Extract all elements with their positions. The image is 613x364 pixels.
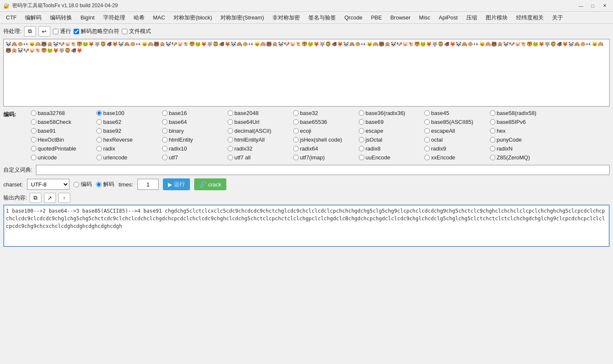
- menubar-item-bigint[interactable]: BigInt: [76, 13, 99, 22]
- encoding-option-utf7[interactable]: utf7: [162, 153, 228, 161]
- output-up-button[interactable]: ↑: [58, 193, 70, 203]
- encoding-radio-base85ascii85[interactable]: [424, 119, 430, 125]
- encoding-radio-base100[interactable]: [96, 110, 102, 116]
- encoding-option-z85zeromq[interactable]: Z85(ZeroMQ): [490, 153, 555, 161]
- encoding-option-jsoctal[interactable]: jsOctal: [359, 136, 424, 144]
- ignore-space-label[interactable]: 解码忽略空白符: [81, 27, 119, 35]
- close-button[interactable]: ✕: [599, 2, 610, 10]
- menubar-item-pbe[interactable]: PBE: [367, 13, 386, 22]
- maximize-button[interactable]: □: [588, 2, 598, 10]
- encoding-option-base85ipv6[interactable]: base85IPv6: [490, 118, 555, 126]
- encoding-radio-base45[interactable]: [424, 110, 430, 116]
- menubar-item-stream[interactable]: 对称加密(Stream): [216, 12, 268, 23]
- encoding-radio-utf7all[interactable]: [228, 155, 233, 160]
- encoding-radio-punycode[interactable]: [490, 137, 495, 142]
- menubar-item-block[interactable]: 对称加密(block): [169, 12, 216, 23]
- charset-select[interactable]: UTF-8 GBK GB2312 ISO-8859-1: [27, 179, 69, 190]
- encoding-radio-uuencode[interactable]: [359, 155, 364, 160]
- menubar-item-[interactable]: 编码转换: [46, 12, 76, 23]
- encoding-radio-htmlentity[interactable]: [162, 137, 168, 142]
- encoding-option-radixn[interactable]: radixN: [490, 145, 555, 153]
- file-mode-label[interactable]: 文件模式: [129, 27, 151, 35]
- encoding-option-radix10[interactable]: radix10: [162, 145, 228, 153]
- encoding-option-base100[interactable]: base100: [96, 109, 162, 117]
- encoding-radio-radixn[interactable]: [490, 146, 495, 151]
- menubar-item-mac[interactable]: MAC: [149, 13, 170, 22]
- encoding-radio-base64url[interactable]: [228, 119, 233, 125]
- encoding-option-jshexshellcode[interactable]: jsHex(shell code): [293, 136, 359, 144]
- encoding-radio-basa32768[interactable]: [31, 110, 36, 116]
- encoding-option-hexoctbin[interactable]: HexOctBin: [31, 136, 96, 144]
- encoding-option-base16[interactable]: base16: [162, 109, 228, 117]
- encoding-radio-unicode[interactable]: [31, 155, 36, 160]
- encoding-radio-quotedprintable[interactable]: [31, 146, 36, 151]
- custom-dict-input[interactable]: [36, 165, 610, 175]
- menubar-item-ctf[interactable]: CTF: [2, 13, 21, 22]
- encoding-option-radix32[interactable]: radix32: [228, 145, 293, 153]
- encoding-radio-escapeall[interactable]: [424, 128, 430, 134]
- file-mode-checkbox[interactable]: [122, 29, 127, 34]
- encoding-option-base36radix36[interactable]: base36(radix36): [359, 109, 424, 117]
- encoding-radio-decimalascii[interactable]: [228, 128, 233, 134]
- encoding-option-radix64[interactable]: radix64: [293, 145, 359, 153]
- encoding-radio-radix[interactable]: [96, 146, 102, 151]
- menubar-item-misc[interactable]: Misc: [415, 13, 434, 22]
- decode-radio[interactable]: [96, 182, 102, 187]
- encoding-radio-escape[interactable]: [359, 128, 364, 134]
- encoding-radio-base2048[interactable]: [228, 110, 233, 116]
- encoding-radio-base69[interactable]: [359, 119, 364, 125]
- encoding-option-quotedprintable[interactable]: quotedPrintable: [31, 145, 96, 153]
- output-area[interactable]: 1 base100-->2 base64-->3 base85(ASCII85)…: [3, 205, 610, 247]
- encoding-option-urlencode[interactable]: urlencode: [96, 153, 162, 161]
- encoding-option-uuencode[interactable]: uuEncode: [359, 153, 424, 161]
- encoding-option-base2048[interactable]: base2048: [228, 109, 293, 117]
- encoding-radio-radix9[interactable]: [424, 146, 430, 151]
- encoding-option-ecoji[interactable]: ecoji: [293, 127, 359, 135]
- encoding-radio-radix64[interactable]: [293, 146, 299, 151]
- encoding-option-octal[interactable]: octal: [424, 136, 490, 144]
- step-by-step-label[interactable]: 逐行: [60, 27, 71, 35]
- encode-label[interactable]: 编码: [81, 181, 92, 188]
- encoding-option-decimalascii[interactable]: decimal(ASCII): [228, 127, 293, 135]
- encoding-option-base91[interactable]: base91: [31, 127, 96, 135]
- encoding-radio-jshexshellcode[interactable]: [293, 137, 299, 142]
- run-button[interactable]: ▶ 运行: [163, 178, 190, 190]
- encoding-radio-utf7[interactable]: [162, 155, 168, 160]
- encoding-radio-base58check[interactable]: [31, 119, 36, 125]
- encoding-option-base32[interactable]: base32: [293, 109, 359, 117]
- encoding-radio-base85ipv6[interactable]: [490, 119, 495, 125]
- menubar-item-[interactable]: 哈希: [129, 12, 149, 23]
- encoding-option-hex[interactable]: hex: [490, 127, 555, 135]
- encoding-radio-urlencode[interactable]: [96, 155, 102, 160]
- encoding-radio-jsoctal[interactable]: [359, 137, 364, 142]
- menubar-item-browser[interactable]: Browser: [386, 13, 415, 22]
- encoding-radio-base16[interactable]: [162, 110, 168, 116]
- encoding-radio-z85zeromq[interactable]: [490, 155, 495, 160]
- encoding-option-radix9[interactable]: radix9: [424, 145, 490, 153]
- menubar-item-[interactable]: 字符处理: [99, 12, 129, 23]
- encode-radio[interactable]: [74, 182, 79, 187]
- output-copy-button[interactable]: ⧉: [30, 193, 41, 203]
- encoding-option-basa32768[interactable]: basa32768: [31, 109, 96, 117]
- encoding-radio-octal[interactable]: [424, 137, 430, 142]
- encoding-option-htmlentityall[interactable]: htmlEntityAll: [228, 136, 293, 144]
- encoding-radio-binary[interactable]: [162, 128, 168, 134]
- decode-label[interactable]: 解码: [103, 181, 114, 188]
- encoding-radio-base36radix36[interactable]: [359, 110, 364, 116]
- crack-button[interactable]: 🔗 crack: [194, 178, 226, 190]
- encoding-radio-xxencode[interactable]: [424, 155, 430, 160]
- encoding-option-xxencode[interactable]: xxEncode: [424, 153, 490, 161]
- menubar-item-[interactable]: 非对称加密: [268, 12, 304, 23]
- encoding-option-hexreverse[interactable]: hexReverse: [96, 136, 162, 144]
- encoding-option-binary[interactable]: binary: [162, 127, 228, 135]
- output-export-button[interactable]: ↗: [44, 193, 56, 203]
- copy-button[interactable]: ⧉: [24, 26, 36, 36]
- menubar-item-apipost[interactable]: ApiPost: [434, 13, 462, 22]
- encoding-radio-utf7imap[interactable]: [293, 155, 299, 160]
- encoding-option-unicode[interactable]: unicode: [31, 153, 96, 161]
- encoding-option-radix[interactable]: radix: [96, 145, 162, 153]
- encoding-option-base69[interactable]: base69: [359, 118, 424, 126]
- encoding-radio-hex[interactable]: [490, 128, 495, 134]
- encoding-radio-base91[interactable]: [31, 128, 36, 134]
- encoding-option-utf7imap[interactable]: utf7(imap): [293, 153, 359, 161]
